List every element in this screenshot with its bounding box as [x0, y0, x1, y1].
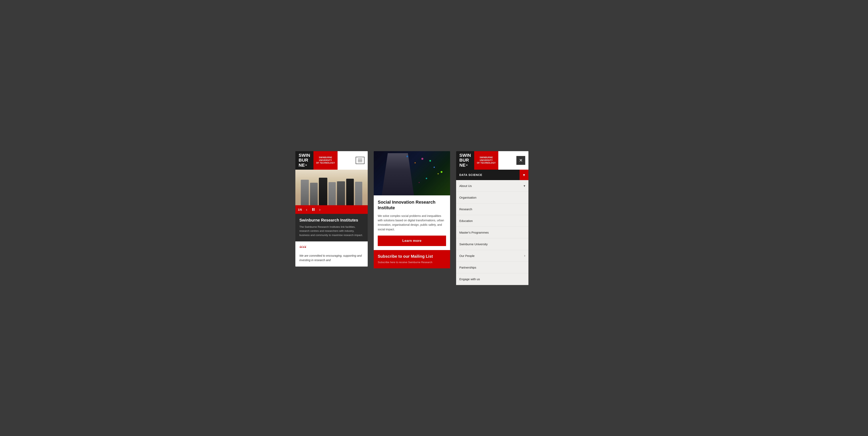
- nav-logo-black: SWIN BUR NE✳: [456, 151, 474, 170]
- quote-mark: ““: [299, 245, 364, 252]
- nav-item-engage[interactable]: Engage with us: [456, 273, 528, 285]
- phone-content: Swinburne Research Institutes The Swinbu…: [296, 214, 368, 241]
- nav-item-education-label: Education: [459, 219, 473, 223]
- slide-controls: 1/6 ‹ ›: [296, 205, 368, 214]
- logo-swin: SWIN: [299, 153, 310, 158]
- hamburger-line-3: [358, 162, 362, 162]
- data-science-dropdown[interactable]: ▾: [520, 170, 528, 180]
- card-description: The Swinburne Research Institutes link f…: [299, 225, 364, 237]
- nav-header-white: ✕: [498, 151, 528, 170]
- card-title: Swinburne Research Institutes: [299, 218, 364, 223]
- subscribe-title: Subscribe to our Mailing List: [378, 254, 446, 259]
- data-science-bar[interactable]: DATA SCIENCE ▾: [456, 170, 528, 180]
- our-people-arrow-icon: ›: [524, 254, 525, 258]
- particle: [414, 162, 416, 164]
- middle-card: Social Innovation Research Institute We …: [374, 151, 450, 268]
- data-science-label: DATA SCIENCE: [459, 173, 482, 176]
- nav-item-partnerships[interactable]: Partnerships: [456, 262, 528, 273]
- particle: [441, 171, 442, 173]
- nav-logo-swin: SWIN: [459, 153, 471, 158]
- quote-card: ““ We are committed to encouraging, supp…: [296, 241, 368, 266]
- nav-item-organisation-label: Organisation: [459, 196, 476, 199]
- learn-more-button[interactable]: Learn more: [378, 236, 446, 246]
- nav-card: SWIN BUR NE✳ SWINBURNE UNIVERSITY OF TEC…: [456, 151, 528, 285]
- nav-item-masters[interactable]: Master's Programmes: [456, 227, 528, 238]
- particle: [434, 167, 435, 168]
- institute-image: [374, 151, 450, 195]
- hamburger-line-2: [358, 160, 362, 161]
- nav-item-our-people-label: Our People: [459, 254, 474, 258]
- particle: [438, 173, 439, 174]
- institute-description: We solve complex social problems and ine…: [378, 214, 446, 232]
- logo-bur: BUR: [299, 158, 310, 163]
- dropdown-arrow-icon: ▾: [523, 172, 525, 177]
- subscribe-description: Subscribe here to receive Swinburne Rese…: [378, 260, 446, 264]
- slide-prev-button[interactable]: ‹: [304, 207, 309, 212]
- logo-subtitle: SWINBURNE UNIVERSITY OF TECHNOLOGY: [316, 156, 335, 165]
- nav-item-research-label: Research: [459, 207, 472, 211]
- nav-item-our-people[interactable]: Our People ›: [456, 250, 528, 262]
- nav-item-engage-label: Engage with us: [459, 278, 480, 281]
- institute-content: Social Innovation Research Institute We …: [374, 195, 450, 250]
- nav-logo-bur: BUR: [459, 158, 471, 163]
- close-button[interactable]: ✕: [516, 156, 525, 165]
- nav-logo-subtitle: SWINBURNE UNIVERSITY OF TECHNOLOGY: [477, 156, 496, 165]
- particle: [406, 155, 408, 157]
- nav-header: SWIN BUR NE✳ SWINBURNE UNIVERSITY OF TEC…: [456, 151, 528, 170]
- particle: [419, 182, 420, 183]
- institute-title: Social Innovation Research Institute: [378, 199, 446, 211]
- nav-item-swinburne-label: Swinburne University: [459, 242, 488, 246]
- nav-item-about-us-label: About Us: [459, 184, 472, 187]
- particle: [421, 158, 423, 160]
- logo-ne: NE✳: [299, 163, 310, 168]
- hamburger-button[interactable]: [355, 157, 365, 164]
- phone-card-left: SWIN BUR NE✳ SWINBURNE UNIVERSITY OF TEC…: [296, 151, 368, 266]
- nav-logo-red: SWINBURNE UNIVERSITY OF TECHNOLOGY: [474, 151, 498, 170]
- nav-item-about-us[interactable]: About Us ▾: [456, 180, 528, 192]
- logo-red-block: SWINBURNE UNIVERSITY OF TECHNOLOGY: [313, 151, 338, 170]
- next-icon: ›: [319, 207, 321, 212]
- nav-item-education[interactable]: Education: [456, 215, 528, 227]
- prev-icon: ‹: [306, 207, 307, 212]
- hamburger-line-1: [358, 159, 362, 159]
- main-container: SWIN BUR NE✳ SWINBURNE UNIVERSITY OF TEC…: [296, 151, 572, 285]
- nav-menu: About Us ▾ Organisation Research Educati…: [456, 180, 528, 285]
- nav-item-swinburne-uni[interactable]: Swinburne University: [456, 238, 528, 250]
- logo-black-block: SWIN BUR NE✳: [296, 151, 313, 170]
- nav-item-masters-label: Master's Programmes: [459, 231, 489, 234]
- pause-bar-2: [314, 208, 314, 211]
- slideshow-area: 1/6 ‹ ›: [296, 170, 368, 214]
- quote-text: We are committed to encouraging, support…: [299, 254, 364, 263]
- nav-item-research[interactable]: Research: [456, 203, 528, 215]
- particles-container: [374, 151, 450, 195]
- header-white-area: [338, 151, 368, 170]
- phone-header: SWIN BUR NE✳ SWINBURNE UNIVERSITY OF TEC…: [296, 151, 368, 170]
- particle: [429, 160, 431, 162]
- nav-item-partnerships-label: Partnerships: [459, 266, 476, 269]
- nav-logo-ne: NE✳: [459, 163, 471, 168]
- particle: [426, 178, 427, 179]
- slide-counter: 1/6: [298, 208, 302, 211]
- slide-next-button[interactable]: ›: [318, 207, 322, 212]
- pause-bar-1: [312, 208, 313, 211]
- slide-pause-button[interactable]: [311, 208, 316, 211]
- nav-item-organisation[interactable]: Organisation: [456, 192, 528, 203]
- about-us-arrow-icon: ▾: [524, 184, 525, 188]
- subscribe-section: Subscribe to our Mailing List Subscribe …: [374, 250, 450, 268]
